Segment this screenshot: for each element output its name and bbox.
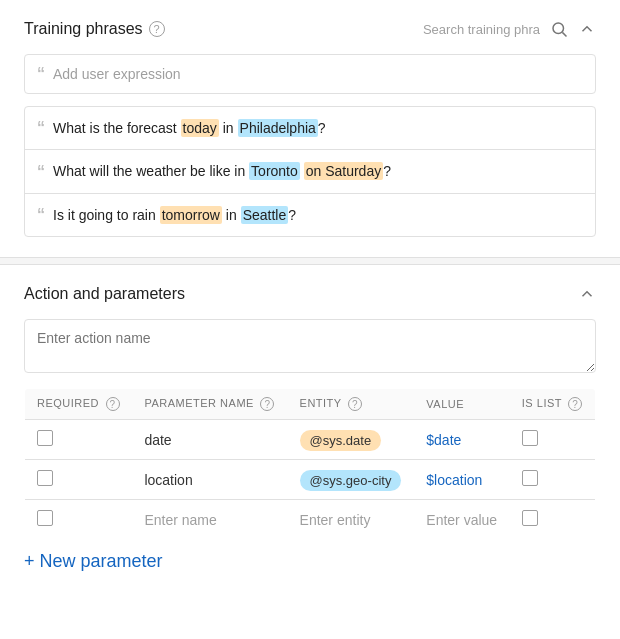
entity-column-header: ENTITY ? [288,389,415,420]
enter-name-placeholder[interactable]: Enter name [144,512,216,528]
phrase-text: What will the weather be like in Toronto… [53,160,391,182]
entity-info-icon[interactable]: ? [348,397,362,411]
value-column-header: VALUE [414,389,510,420]
parameter-name-cell: location [132,460,287,500]
value-cell: $date [414,420,510,460]
table-row: location @sys.geo-city $location [25,460,596,500]
table-header: REQUIRED ? PARAMETER NAME ? ENTITY ? VAL… [25,389,596,420]
quote-icon: “ [37,163,45,181]
table-row: date @sys.date $date [25,420,596,460]
table-body: date @sys.date $date location [25,420,596,540]
table-row: Enter name Enter entity Enter value [25,500,596,540]
required-column-header: REQUIRED ? [25,389,133,420]
parameter-name-info-icon[interactable]: ? [260,397,274,411]
title-text: Training phrases [24,20,143,38]
table-header-row: REQUIRED ? PARAMETER NAME ? ENTITY ? VAL… [25,389,596,420]
add-expression-placeholder: Add user expression [53,66,181,82]
highlight-today: today [181,119,219,137]
highlight-seattle: Seattle [241,206,289,224]
phrase-text: Is it going to rain tomorrow in Seattle? [53,204,296,226]
entity-badge-date[interactable]: @sys.date [300,430,382,451]
phrase-row[interactable]: “ What is the forecast today in Philadel… [25,107,595,150]
new-parameter-button[interactable]: + New parameter [24,552,163,570]
action-name-input[interactable] [24,319,596,373]
training-phrases-help-icon[interactable]: ? [149,21,165,37]
is-list-info-icon[interactable]: ? [568,397,582,411]
required-cell [25,460,133,500]
parameter-name-column-header: PARAMETER NAME ? [132,389,287,420]
parameters-table: REQUIRED ? PARAMETER NAME ? ENTITY ? VAL… [24,388,596,540]
is-list-checkbox-location[interactable] [522,470,538,486]
collapse-action-parameters-button[interactable] [578,285,596,303]
quote-icon: “ [37,65,45,83]
phrase-row[interactable]: “ What will the weather be like in Toron… [25,150,595,193]
parameter-name-cell: Enter name [132,500,287,540]
is-list-cell [510,460,596,500]
training-phrases-title: Training phrases ? [24,20,165,38]
highlight-on-saturday: on Saturday [304,162,384,180]
value-cell: Enter value [414,500,510,540]
training-phrases-header: Training phrases ? Search training phra [24,20,596,38]
training-phrases-list: “ What is the forecast today in Philadel… [24,106,596,237]
is-list-checkbox-date[interactable] [522,430,538,446]
svg-line-1 [562,32,566,36]
entity-cell: @sys.geo-city [288,460,415,500]
highlight-philadelphia: Philadelphia [238,119,318,137]
required-checkbox-date[interactable] [37,430,53,446]
parameter-name-date: date [144,432,171,448]
training-phrases-section: Training phrases ? Search training phra … [0,0,620,257]
training-phrases-actions: Search training phra [423,20,596,38]
action-and-parameters-section: Action and parameters REQUIRED ? PARAMET… [0,265,620,590]
required-checkbox-location[interactable] [37,470,53,486]
is-list-checkbox-new[interactable] [522,510,538,526]
enter-value-placeholder[interactable]: Enter value [426,512,497,528]
is-list-cell [510,420,596,460]
entity-badge-location[interactable]: @sys.geo-city [300,470,402,491]
enter-entity-placeholder[interactable]: Enter entity [300,512,371,528]
action-and-parameters-title: Action and parameters [24,285,185,303]
value-cell: $location [414,460,510,500]
entity-cell: Enter entity [288,500,415,540]
phrase-row[interactable]: “ Is it going to rain tomorrow in Seattl… [25,194,595,236]
required-cell [25,420,133,460]
required-cell [25,500,133,540]
add-expression-box[interactable]: “ Add user expression [24,54,596,94]
new-parameter-label: + New parameter [24,552,163,570]
parameter-name-cell: date [132,420,287,460]
entity-cell: @sys.date [288,420,415,460]
quote-icon: “ [37,206,45,224]
is-list-cell [510,500,596,540]
required-info-icon[interactable]: ? [106,397,120,411]
phrase-text: What is the forecast today in Philadelph… [53,117,326,139]
search-placeholder-text: Search training phra [423,22,540,37]
section-divider [0,257,620,265]
parameter-name-location: location [144,472,192,488]
action-title-text: Action and parameters [24,285,185,303]
value-link-location[interactable]: $location [426,472,482,488]
action-and-parameters-header: Action and parameters [24,285,596,303]
svg-point-0 [553,23,564,34]
quote-icon: “ [37,119,45,137]
highlight-tomorrow: tomorrow [160,206,222,224]
required-checkbox-new[interactable] [37,510,53,526]
is-list-column-header: IS LIST ? [510,389,596,420]
value-link-date[interactable]: $date [426,432,461,448]
collapse-training-phrases-button[interactable] [578,20,596,38]
highlight-toronto: Toronto [249,162,300,180]
search-button[interactable] [550,20,568,38]
